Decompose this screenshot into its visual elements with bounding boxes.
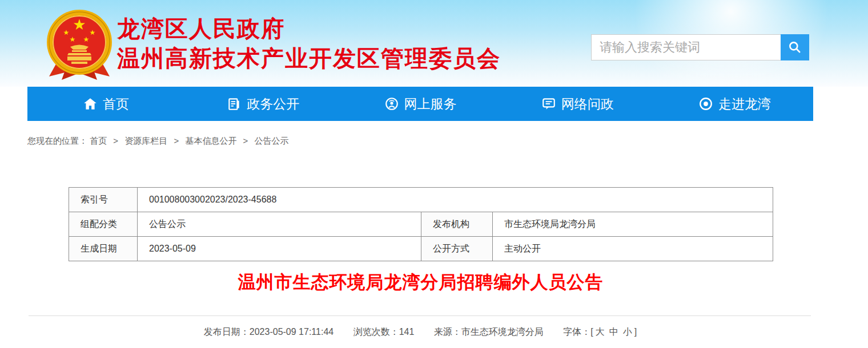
breadcrumb-basic-info[interactable]: 基本信息公开 (185, 136, 236, 145)
breadcrumb-home[interactable]: 首页 (90, 136, 107, 145)
nav-item-online-services[interactable]: 网上服务 (341, 87, 499, 121)
breadcrumb-prefix: 您现在的位置： (27, 136, 87, 145)
nav-item-label: 网上服务 (404, 95, 457, 113)
breadcrumb-separator: > (113, 136, 118, 145)
breadcrumb-separator: > (243, 136, 248, 145)
publish-date-label: 发布日期： (204, 327, 250, 337)
view-count-label: 浏览次数： (353, 327, 399, 337)
category-value: 公告公示 (138, 212, 421, 237)
nav-item-home[interactable]: 首页 (27, 87, 184, 121)
breadcrumb-separator: > (174, 136, 179, 145)
article-meta: 发布日期：2023-05-09 17:11:44 浏览次数：141 来源：市生态… (27, 326, 813, 338)
site-title-block: 龙湾区人民政府 温州高新技术产业开发区管理委员会 (117, 14, 501, 73)
site-title-line2: 温州高新技术产业开发区管理委员会 (117, 43, 501, 73)
publish-date-value: 2023-05-09 17:11:44 (250, 327, 333, 337)
breadcrumb-resource-library[interactable]: 资源库栏目 (124, 136, 167, 145)
nav-item-label: 首页 (103, 95, 129, 113)
nav-item-ask-politics[interactable]: 网络问政 (499, 87, 656, 121)
chat-icon (541, 96, 556, 111)
breadcrumb-announcements: 公告公示 (255, 136, 289, 145)
breadcrumb: 您现在的位置： 首页 > 资源库栏目 > 基本信息公开 > 公告公示 (27, 136, 289, 147)
site-title-line1: 龙湾区人民政府 (117, 14, 501, 43)
publish-date: 发布日期：2023-05-09 17:11:44 (204, 327, 333, 337)
table-row: 组配分类 公告公示 发布机构 市生态环境局龙湾分局 (69, 212, 773, 237)
font-size-large-button[interactable]: 大 (596, 327, 605, 337)
service-icon (384, 96, 399, 111)
nav-item-gov-info[interactable]: 政务公开 (184, 87, 341, 121)
svg-text:★: ★ (90, 29, 96, 37)
index-number-value: 001008003002023/2023-45688 (138, 188, 773, 212)
font-size-medium-button[interactable]: 中 (609, 327, 618, 337)
svg-text:★: ★ (63, 29, 70, 37)
font-size-small-button[interactable]: 小 (623, 327, 632, 337)
search-input[interactable] (591, 34, 781, 60)
svg-text:★: ★ (73, 16, 86, 33)
china-national-emblem-icon: ★ ★ ★ ★ ★ (45, 8, 114, 82)
font-size-label: 字体： (563, 327, 590, 337)
view-count-value: 141 (399, 327, 415, 337)
document-icon (227, 96, 242, 111)
search-button[interactable] (781, 34, 809, 60)
source: 来源：市生态环境龙湾分局 (434, 327, 544, 337)
font-size-control: 字体：[大中小] (563, 327, 637, 337)
publisher-value: 市生态环境局龙湾分局 (493, 212, 773, 237)
svg-text:★: ★ (83, 35, 90, 43)
bracket: ] (634, 327, 637, 337)
table-row: 索引号 001008003002023/2023-45688 (69, 188, 773, 212)
method-value: 主动公开 (493, 237, 773, 261)
table-row: 生成日期 2023-05-09 公开方式 主动公开 (69, 237, 773, 261)
target-icon (698, 96, 713, 111)
search-icon (787, 40, 802, 55)
nav-item-enter-longwan[interactable]: 走进龙湾 (656, 87, 813, 121)
site-header: ★ ★ ★ ★ ★ 龙湾区人民政府 温州高新技术产业开发区管理委员会 (0, 0, 868, 87)
article-title: 温州市生态环境局龙湾分局招聘编外人员公告 (69, 270, 773, 294)
category-label: 组配分类 (69, 212, 138, 237)
nav-item-label: 走进龙湾 (718, 95, 771, 113)
method-label: 公开方式 (421, 237, 493, 261)
index-number-label: 索引号 (69, 188, 138, 212)
source-value: 市生态环境龙湾分局 (461, 327, 544, 337)
date-label: 生成日期 (69, 237, 138, 261)
nav-item-label: 政务公开 (247, 95, 299, 113)
main-nav: 首页 政务公开 网上服务 (27, 87, 813, 121)
document-info-table: 索引号 001008003002023/2023-45688 组配分类 公告公示… (69, 187, 773, 261)
bracket: [ (590, 327, 593, 337)
date-value: 2023-05-09 (138, 237, 421, 261)
home-icon (83, 96, 98, 111)
svg-text:★: ★ (70, 35, 76, 43)
source-label: 来源： (434, 327, 461, 337)
search-bar (591, 34, 810, 60)
nav-item-label: 网络问政 (561, 95, 614, 113)
view-count: 浏览次数：141 (353, 327, 415, 337)
divider (29, 315, 811, 316)
publisher-label: 发布机构 (421, 212, 493, 237)
